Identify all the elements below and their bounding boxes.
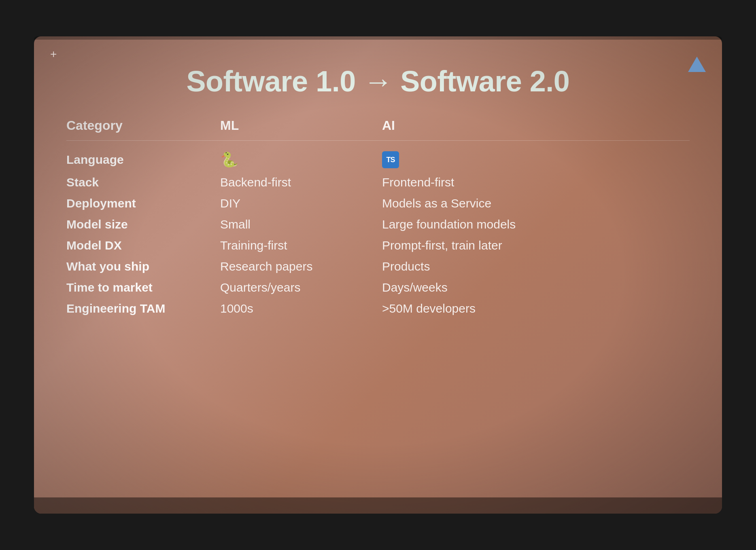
ml-header: ML bbox=[220, 118, 382, 133]
comparison-table: Category ML AI Language 🐍 TS Stack Backe… bbox=[66, 118, 690, 489]
table-row: Time to market Quarters/years Days/weeks bbox=[66, 277, 690, 298]
table-rows: Language 🐍 TS Stack Backend-first Fronte… bbox=[66, 148, 690, 319]
row-category: What you ship bbox=[66, 260, 220, 273]
category-header: Category bbox=[66, 118, 220, 133]
corner-triangle-icon bbox=[688, 57, 706, 72]
corner-plus-icon: + bbox=[50, 48, 57, 61]
row-category: Deployment bbox=[66, 197, 220, 210]
row-category: Stack bbox=[66, 176, 220, 189]
row-ml-value: Research papers bbox=[220, 260, 382, 273]
row-ai-value: Days/weeks bbox=[382, 281, 564, 294]
row-ai-value: Prompt-first, train later bbox=[382, 239, 564, 252]
python-icon: 🐍 bbox=[220, 152, 238, 167]
row-category: Engineering TAM bbox=[66, 302, 220, 315]
header-divider bbox=[66, 140, 690, 141]
row-ml-value: 1000s bbox=[220, 302, 382, 315]
typescript-icon: TS bbox=[382, 151, 399, 168]
table-row: What you ship Research papers Products bbox=[66, 256, 690, 277]
row-category: Language bbox=[66, 151, 220, 168]
row-ml-value: Backend-first bbox=[220, 176, 382, 189]
row-category: Time to market bbox=[66, 281, 220, 294]
table-row: Stack Backend-first Frontend-first bbox=[66, 172, 690, 192]
table-row: Engineering TAM 1000s >50M developers bbox=[66, 298, 690, 319]
row-category: Model DX bbox=[66, 239, 220, 252]
row-ai-value: >50M developers bbox=[382, 302, 564, 315]
row-ai-value: Frontend-first bbox=[382, 176, 564, 189]
row-ai-value: Models as a Service bbox=[382, 197, 564, 210]
row-ai-value: TS bbox=[382, 151, 564, 168]
ai-header: AI bbox=[382, 118, 564, 133]
presentation-slide: + Software 1.0 → Software 2.0 Category M… bbox=[34, 36, 722, 514]
row-ml-value: Quarters/years bbox=[220, 281, 382, 294]
row-category: Model size bbox=[66, 218, 220, 231]
row-ml-value: 🐍 bbox=[220, 151, 382, 168]
table-row: Deployment DIY Models as a Service bbox=[66, 193, 690, 214]
slide-title: Software 1.0 → Software 2.0 bbox=[187, 65, 570, 98]
bottom-bar bbox=[34, 497, 722, 514]
table-row: Model size Small Large foundation models bbox=[66, 214, 690, 235]
top-bar bbox=[34, 36, 722, 40]
table-header: Category ML AI bbox=[66, 118, 690, 136]
row-ml-value: Training-first bbox=[220, 239, 382, 252]
row-ml-value: Small bbox=[220, 218, 382, 231]
table-row: Language 🐍 TS bbox=[66, 148, 690, 171]
row-ml-value: DIY bbox=[220, 197, 382, 210]
row-ai-value: Products bbox=[382, 260, 564, 273]
row-ai-value: Large foundation models bbox=[382, 218, 564, 231]
table-row: Model DX Training-first Prompt-first, tr… bbox=[66, 235, 690, 256]
